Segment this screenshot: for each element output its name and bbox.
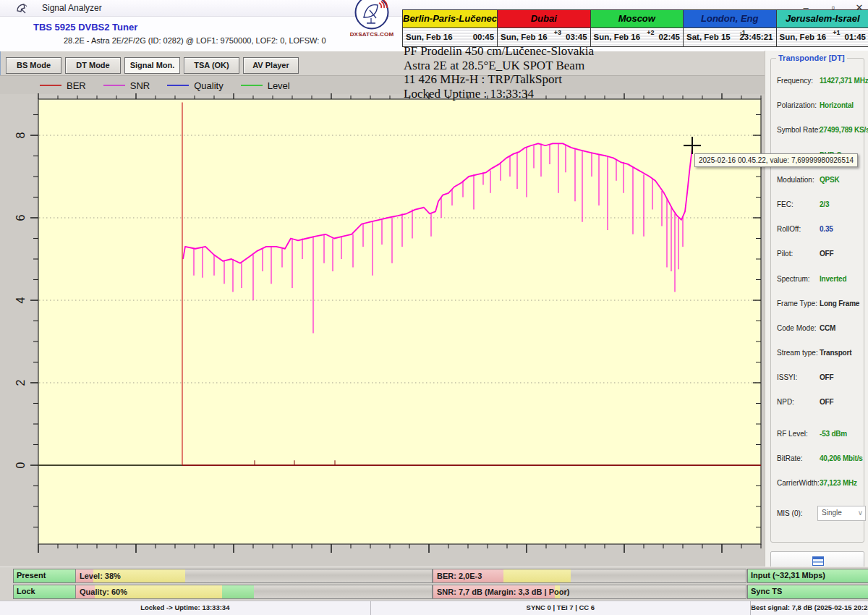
transponder-fieldset: Transponder [DT] Frequency:11427,371 MHz… (770, 58, 864, 543)
progress-bar-level: Level: 38% (75, 569, 433, 583)
clock-date: Sun, Feb 16 (406, 28, 453, 46)
tab-tsa-ok-[interactable]: TSA (OK) (184, 57, 239, 74)
transponder-row-spectrum-: Spectrum:Inverted (777, 273, 862, 297)
dxsatcs-logo: DXSATCS.COM (346, 0, 398, 36)
chart-plot[interactable] (38, 99, 761, 544)
transponder-row-bitrate-: BitRate:40,206 Mbit/s (777, 452, 862, 477)
bar-row-2: LockQuality: 60%SNR: 7,7 dB (Margin: 3,3… (0, 585, 868, 599)
window-title: Signal Analyzer (42, 3, 102, 13)
annotation-line-2: Astra 2E at 28.5°E_UK SPOT Beam (404, 59, 594, 73)
field-value: OFF (820, 250, 833, 258)
annotation-overlay: PF Prodelin 450 cm/Lučenec-SlovakiaAstra… (404, 44, 594, 101)
field-value: -53 dBm (820, 430, 847, 438)
mis-select[interactable]: Single∨ (817, 506, 866, 521)
tab-signal-mon-[interactable]: Signal Mon. (124, 57, 180, 74)
field-label: RF Level: (777, 430, 808, 438)
field-label: RollOff: (777, 225, 801, 233)
clock-city: London, Eng (684, 10, 775, 28)
bar-label: Level: 38% (80, 569, 121, 582)
bar-segment-yellow (503, 569, 571, 582)
field-label: FEC: (777, 200, 793, 208)
field-value: Inverted (820, 275, 846, 283)
transponder-row-carrierwidth-: CarrierWidth:37,123 MHz (777, 477, 862, 501)
field-label: Spectrum: (777, 275, 810, 283)
bar-label: BER: 2,0E-3 (437, 569, 482, 582)
field-value: 27499,789 KS/s (820, 126, 868, 134)
signal-status-bars: PresentLevel: 38%BER: 2,0E-3Input (~32,3… (0, 567, 868, 601)
clock-time: 03:45 (566, 28, 587, 46)
bar-label: Quality: 60% (80, 585, 127, 598)
transponder-row-npd-: NPD:OFF (777, 396, 862, 420)
bar-row-1: PresentLevel: 38%BER: 2,0E-3Input (~32,3… (0, 569, 868, 583)
field-label: Frame Type: (777, 300, 817, 308)
transponder-title: Transponder [DT] (776, 54, 847, 62)
tuning-info: 28.2E - Astra 2E/2F/2G (ID: 0282) @ LOF1… (64, 36, 326, 45)
legend-line-snr (103, 85, 125, 86)
transponder-row-frequency-: Frequency:11427,371 MHz (777, 75, 862, 99)
progress-bar-quality: Quality: 60% (75, 585, 433, 599)
clock-city: Dubai (498, 10, 590, 28)
logo-text: DXSATCS.COM (346, 31, 398, 38)
signal-analyzer-window: { "window": {"title": "Signal Analyzer",… (0, 0, 868, 615)
device-name: TBS 5925 DVBS2 Tuner (33, 22, 137, 33)
clock-time: 00:45 (473, 28, 494, 46)
field-label: Code Mode: (777, 324, 816, 332)
chevron-down-icon: ∨ (858, 506, 863, 519)
field-value: OFF (820, 398, 833, 406)
field-value: 37,123 MHz (820, 479, 857, 487)
field-label: BitRate: (777, 454, 803, 462)
legend-line-quality (167, 85, 189, 86)
clock-body: Sun, Feb 16+101:45 (777, 28, 868, 46)
transponder-row-fec-: FEC:2/3 (777, 198, 862, 223)
clock-date: Sun, Feb 16 (594, 28, 641, 46)
satellite-dish-logo-icon (354, 0, 390, 30)
field-value: CCM (820, 324, 835, 332)
clock-date: Sun, Feb 16 (780, 28, 827, 46)
legend-label-snr: SNR (130, 80, 150, 91)
field-label: Modulation: (777, 176, 814, 184)
transponder-row-frame-type-: Frame Type:Long Frame (777, 297, 862, 322)
annotation-line-4: Locked Uptime : 13:33:34 (404, 87, 594, 101)
legend-label-level: Level (268, 80, 290, 91)
field-value: Horizontal (820, 101, 854, 109)
legend-label-ber: BER (67, 80, 86, 91)
bar-label: SNR: 7,7 dB (Margin: 3,3 dB | Poor) (437, 585, 569, 598)
tab-dt-mode[interactable]: DT Mode (65, 57, 121, 74)
transponder-row-issyi-: ISSYI:OFF (777, 371, 862, 396)
field-value: 2/3 (820, 200, 829, 208)
tab-bs-mode[interactable]: BS Mode (6, 57, 61, 74)
transponder-row-stream-type-: Stream type:Transport (777, 347, 862, 371)
chart-region (0, 94, 765, 567)
annotation-line-3: 11 426 MHz-H : TRP/TalkSport (404, 72, 594, 87)
tab-av-player[interactable]: AV Player (243, 57, 299, 74)
legend-label-quality: Quality (194, 80, 223, 91)
transponder-row-mis-0-: MIS (0):Single∨ (777, 507, 862, 532)
chart-legend: BERSNRQualityLevel (0, 75, 765, 95)
clock-utc-offset: +1 (833, 29, 840, 36)
field-label: MIS (0): (777, 509, 803, 517)
clock-jerusalem-israel: Jerusalem-IsraelSun, Feb 16+101:45 (777, 10, 868, 46)
field-label: Pilot: (777, 250, 793, 258)
field-label: Polarization: (777, 101, 817, 109)
clock-dubai: DubaiSun, Feb 16+303:45 (498, 10, 590, 46)
transponder-row-code-mode-: Code Mode:CCM (777, 322, 862, 347)
legend-line-level (241, 85, 263, 86)
status-line: Locked -> Uptime: 13:33:34SYNC 0 | TEI 7… (0, 601, 868, 615)
field-value: Transport (820, 349, 851, 357)
status-box-lock: Lock (13, 585, 77, 599)
transponder-panel: Transponder [DT] Frequency:11427,371 MHz… (765, 51, 868, 567)
table-icon (812, 556, 824, 566)
field-value: OFF (820, 373, 833, 381)
clock-london-eng: London, EngSat, Feb 15-123:45:21 (684, 10, 776, 46)
field-label: NPD: (777, 398, 794, 406)
world-clocks: Berlin-Paris-LučenecSun, Feb 1600:45Duba… (402, 9, 868, 47)
app-icon (15, 2, 27, 14)
field-value: 0.35 (820, 225, 833, 233)
clock-body: Sun, Feb 1600:45 (403, 28, 497, 46)
transponder-row-rf-level-: RF Level:-53 dBm (777, 428, 862, 452)
clock-time: 02:45 (659, 28, 680, 46)
status-box-input-32-31-mbps-: Input (~32,31 Mbps) (747, 569, 868, 583)
transponder-rows: Frequency:11427,371 MHzPolarization:Hori… (777, 75, 862, 532)
clock-date: Sat, Feb 15 (686, 28, 731, 46)
clock-city: Berlin-Paris-Lučenec (403, 10, 497, 28)
